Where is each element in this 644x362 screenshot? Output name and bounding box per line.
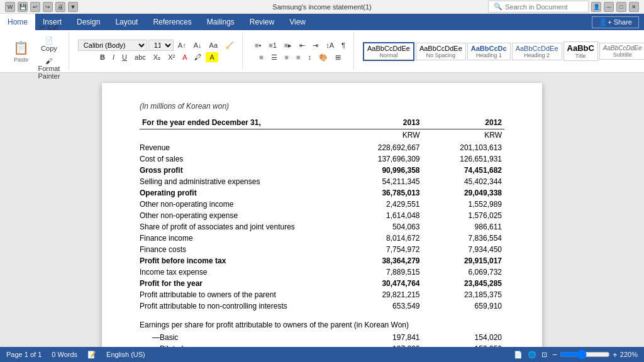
clipboard-row: 📋 Paste ✂ Cut 📄 Copy 🖌 Format Painter xyxy=(9,21,64,82)
font-color-button[interactable]: A xyxy=(179,52,190,63)
row-2013: 228,692,667 xyxy=(340,142,423,153)
style-gallery: AaBbCcDdEe Normal AaBbCcDdEe No Spacing … xyxy=(363,41,644,61)
para-row1: ≡• ≡1 ≡▸ ⇤ ⇥ ↕A ¶ xyxy=(252,40,348,52)
justify-button[interactable]: ≡ xyxy=(293,52,303,63)
zoom-out-button[interactable]: − xyxy=(552,350,557,359)
paste-button[interactable]: 📋 Paste xyxy=(9,34,33,69)
borders-button[interactable]: ⊞ xyxy=(332,52,344,63)
row-label: Share of profit of associates and joint … xyxy=(140,221,340,233)
focus-icon[interactable]: ⊡ xyxy=(541,351,547,359)
style-subtitle[interactable]: AaBbCcDdEe Subtitle xyxy=(599,43,644,60)
zoom-in-button[interactable]: + xyxy=(613,350,618,359)
row-2012: 74,451,682 xyxy=(423,165,505,176)
row-label: Revenue xyxy=(140,142,340,153)
eps-table: —Basic197,841154,020—Diluted197,800153,9… xyxy=(140,332,504,347)
style-title[interactable]: AaBbC Title xyxy=(564,41,598,61)
row-2013: 90,996,358 xyxy=(340,165,423,176)
share-button[interactable]: 👤+ Share xyxy=(592,16,639,28)
font-row1: Calibri (Body) 11 A↑ A↓ Aa 🧹 xyxy=(78,40,237,52)
bold-button[interactable]: B xyxy=(97,52,108,63)
copy-button[interactable]: 📄 Copy xyxy=(35,35,64,54)
menu-item-layout[interactable]: Layout xyxy=(108,14,145,30)
menu-item-review[interactable]: Review xyxy=(242,14,282,30)
highlight-button[interactable]: 🖍 xyxy=(191,52,204,63)
clear-format-button[interactable]: 🧹 xyxy=(222,40,237,52)
menu-item-design[interactable]: Design xyxy=(69,14,108,30)
maximize-btn[interactable]: □ xyxy=(616,2,626,12)
font-shrink-button[interactable]: A↓ xyxy=(191,40,205,51)
cut-button[interactable]: ✂ Cut xyxy=(35,21,64,33)
style-normal[interactable]: AaBbCcDdEe Normal xyxy=(363,42,414,61)
search-bar[interactable]: 🔍 xyxy=(488,1,589,13)
style-no-spacing[interactable]: AaBbCcDdEe No Spacing xyxy=(416,43,466,60)
account-icon[interactable]: 👤 xyxy=(591,2,601,12)
ribbon: 📋 Paste ✂ Cut 📄 Copy 🖌 Format Painter Ca… xyxy=(0,30,644,73)
row-2012: 29,049,338 xyxy=(423,187,505,199)
font-size-select[interactable]: 11 xyxy=(148,40,174,51)
row-2013: 653,549 xyxy=(340,300,423,312)
table-row: Finance costs7,754,9727,934,450 xyxy=(140,244,504,255)
minimize-btn[interactable]: ─ xyxy=(604,2,614,12)
menu-item-view[interactable]: View xyxy=(282,14,313,30)
font-row2: B I U abc X₂ X² A 🖍 A xyxy=(97,52,218,63)
font-grow-button[interactable]: A↑ xyxy=(175,40,189,51)
change-case-button[interactable]: Aa xyxy=(206,40,221,51)
row-label: Finance costs xyxy=(140,244,340,255)
view-web-icon[interactable]: 🌐 xyxy=(528,351,536,359)
align-left-button[interactable]: ≡ xyxy=(256,52,266,63)
row-label: Profit before income tax xyxy=(140,255,340,266)
subscript-button[interactable]: X₂ xyxy=(150,52,164,63)
row-2013: 7,754,972 xyxy=(340,244,423,255)
row-2012: 126,651,931 xyxy=(423,153,505,165)
shading-button[interactable]: A xyxy=(206,52,218,62)
table-row: Operating profit36,785,01329,049,338 xyxy=(140,187,504,199)
view-print-icon[interactable]: 📄 xyxy=(514,351,523,359)
line-spacing-button[interactable]: ↕ xyxy=(304,52,314,63)
underline-button[interactable]: U xyxy=(119,52,130,63)
multilevel-button[interactable]: ≡▸ xyxy=(281,40,295,52)
word-icon[interactable]: W xyxy=(5,2,15,12)
status-bar: Page 1 of 1 0 Words 📝 English (US) 📄 🌐 ⊡… xyxy=(0,347,644,362)
save-btn[interactable]: 💾 xyxy=(18,2,28,12)
align-right-button[interactable]: ≡ xyxy=(282,52,292,63)
italic-button[interactable]: I xyxy=(109,52,118,63)
row-2012: 1,552,989 xyxy=(423,199,505,210)
customize-btn[interactable]: ▼ xyxy=(68,2,78,12)
table-row: Profit attributable to owners of the par… xyxy=(140,289,504,300)
undo-btn[interactable]: ↩ xyxy=(30,2,40,12)
zoom-slider[interactable] xyxy=(560,349,610,359)
font-family-select[interactable]: Calibri (Body) xyxy=(78,40,147,51)
redo-btn[interactable]: ↪ xyxy=(43,2,53,12)
shading-para-button[interactable]: 🎨 xyxy=(316,52,331,63)
align-center-button[interactable]: ☰ xyxy=(268,52,280,63)
document-area: (In millions of Korean won) For the year… xyxy=(0,73,644,347)
row-2012: 7,836,554 xyxy=(423,233,505,244)
show-marks-button[interactable]: ¶ xyxy=(338,40,348,51)
row-2013: 504,063 xyxy=(340,221,423,233)
close-btn[interactable]: ✕ xyxy=(629,2,639,12)
para-row2: ≡ ☰ ≡ ≡ ↕ 🎨 ⊞ xyxy=(256,52,344,63)
increase-indent-button[interactable]: ⇥ xyxy=(309,40,321,52)
title-bar: W 💾 ↩ ↪ 🖨 ▼ Samsung's income statement(1… xyxy=(0,0,644,14)
style-heading2[interactable]: AaBbCcDdEe Heading 2 xyxy=(512,43,562,60)
search-icon: 🔍 xyxy=(494,3,502,11)
header-2012: 2012 xyxy=(423,117,505,129)
decrease-indent-button[interactable]: ⇤ xyxy=(296,40,308,52)
table-row: Finance income8,014,6727,836,554 xyxy=(140,233,504,244)
row-2013: 54,211,345 xyxy=(340,176,423,187)
eps-row-2013: 197,800 xyxy=(340,343,423,347)
style-heading1[interactable]: AaBbCcDc Heading 1 xyxy=(467,43,511,60)
search-input[interactable] xyxy=(505,3,580,11)
row-2013: 2,429,551 xyxy=(340,199,423,210)
strikethrough-button[interactable]: abc xyxy=(131,52,149,63)
superscript-button[interactable]: X² xyxy=(165,52,178,63)
eps-row-label: —Basic xyxy=(140,332,340,343)
row-2012: 6,069,732 xyxy=(423,266,505,278)
menu-item-mailings[interactable]: Mailings xyxy=(199,14,242,30)
numbering-button[interactable]: ≡1 xyxy=(265,40,280,51)
menu-item-references[interactable]: References xyxy=(145,14,199,30)
format-painter-button[interactable]: 🖌 Format Painter xyxy=(35,55,64,82)
print-btn[interactable]: 🖨 xyxy=(55,2,65,12)
sort-button[interactable]: ↕A xyxy=(323,40,337,51)
bullets-button[interactable]: ≡• xyxy=(252,40,264,51)
